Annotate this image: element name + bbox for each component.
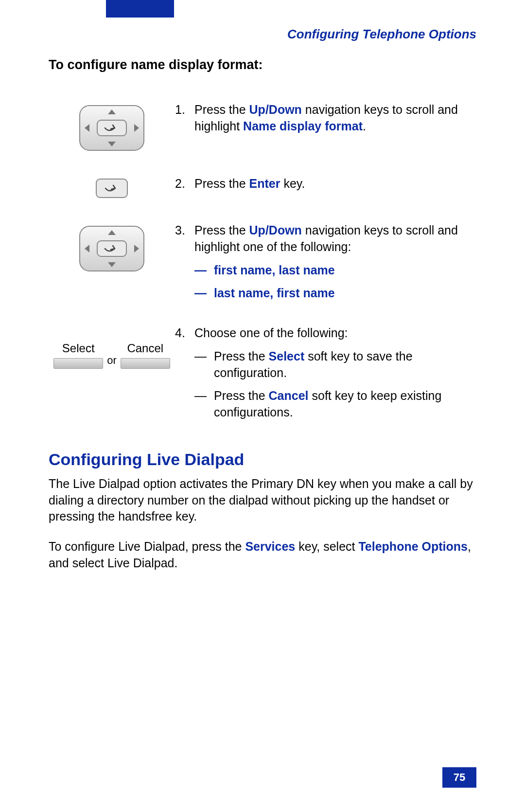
running-header: Configuring Telephone Options (287, 27, 476, 42)
step-1-number: 1. (175, 102, 194, 135)
document-page: Configuring Telephone Options To configu… (0, 0, 525, 812)
softkey-or: or (107, 354, 117, 369)
text-fragment: Press the (194, 223, 249, 237)
text-fragment: Press the (194, 103, 249, 116)
nav-pad-icon (78, 224, 146, 273)
enter-key-illustration (49, 176, 175, 199)
select-label: Select (269, 349, 305, 363)
step-2-text: 2. Press the Enter key. (175, 176, 476, 192)
step-3-text: 3. Press the Up/Down navigation keys to … (175, 222, 476, 302)
softkey-group: Select or Cancel (53, 327, 170, 369)
cancel-label: Cancel (269, 389, 309, 402)
section-heading-live-dialpad: Configuring Live Dialpad (49, 450, 476, 469)
up-down-label: Up/Down (249, 223, 302, 237)
svg-rect-12 (97, 241, 126, 256)
step-4-sub-cancel: — Press the Cancel soft key to keep exis… (194, 388, 476, 421)
step-3: 3. Press the Up/Down navigation keys to … (49, 222, 476, 302)
enter-label: Enter (249, 177, 280, 190)
text-fragment: Press the (194, 177, 249, 190)
telephone-options-label: Telephone Options (358, 540, 468, 553)
name-display-format-label: Name display format (243, 119, 363, 133)
dash: — (194, 348, 214, 381)
step-3-body: Press the Up/Down navigation keys to scr… (194, 222, 476, 302)
step-4-body: Choose one of the following: — Press the… (194, 325, 476, 421)
dash: — (194, 285, 214, 302)
procedure-title: To configure name display format: (49, 57, 476, 72)
step-4-number: 4. (175, 325, 194, 421)
text-fragment: Press the (214, 389, 269, 402)
text-fragment: key. (280, 177, 305, 190)
step-4-text: 4. Choose one of the following: — Press … (175, 325, 476, 421)
dash: — (194, 388, 214, 421)
text-fragment: key, select (295, 540, 358, 553)
svg-rect-5 (97, 120, 126, 136)
softkey-select: Select (53, 342, 103, 369)
softkey-cancel-button-icon (121, 358, 170, 369)
text-fragment: Press the (214, 349, 269, 363)
softkey-cancel: Cancel (121, 342, 170, 369)
live-dialpad-paragraph-1: The Live Dialpad option activates the Pr… (49, 476, 476, 525)
step-2: 2. Press the Enter key. (49, 176, 476, 199)
step-4-sub-select: — Press the Select soft key to save the … (194, 348, 476, 381)
text-fragment: Press the Select soft key to save the co… (214, 348, 476, 381)
svg-rect-6 (96, 179, 127, 198)
softkey-select-label: Select (62, 342, 95, 355)
nav-pad-illustration (49, 102, 175, 152)
text-fragment: Press the Cancel soft key to keep existi… (214, 388, 476, 421)
text-fragment: To configure Live Dialpad, press the (49, 540, 245, 553)
option-last-first: — last name, first name (194, 285, 476, 302)
option-first-last: — first name, last name (194, 262, 476, 279)
step-2-body: Press the Enter key. (194, 176, 476, 192)
step-1-text: 1. Press the Up/Down navigation keys to … (175, 102, 476, 135)
step-3-number: 3. (175, 222, 194, 302)
dash: — (194, 262, 214, 279)
page-number: 75 (442, 767, 476, 788)
nav-pad-icon (78, 104, 146, 152)
nav-pad-illustration-2 (49, 222, 175, 273)
text-fragment: Choose one of the following: (194, 326, 348, 340)
softkey-cancel-label: Cancel (127, 342, 163, 355)
option-label: first name, last name (214, 262, 335, 279)
page-body: To configure name display format: (49, 57, 476, 585)
option-label: last name, first name (214, 285, 335, 302)
step-1: 1. Press the Up/Down navigation keys to … (49, 102, 476, 152)
softkey-select-button-icon (53, 358, 103, 369)
services-label: Services (245, 540, 295, 553)
live-dialpad-paragraph-2: To configure Live Dialpad, press the Ser… (49, 539, 476, 572)
step-4: Select or Cancel 4. Choose one of the fo… (49, 325, 476, 421)
text-fragment: . (363, 119, 366, 133)
step-2-number: 2. (175, 176, 194, 192)
up-down-label: Up/Down (249, 103, 302, 116)
enter-key-icon (95, 178, 129, 199)
step-1-body: Press the Up/Down navigation keys to scr… (194, 102, 476, 135)
header-accent-bar (106, 0, 174, 18)
softkeys-illustration: Select or Cancel (49, 325, 175, 369)
